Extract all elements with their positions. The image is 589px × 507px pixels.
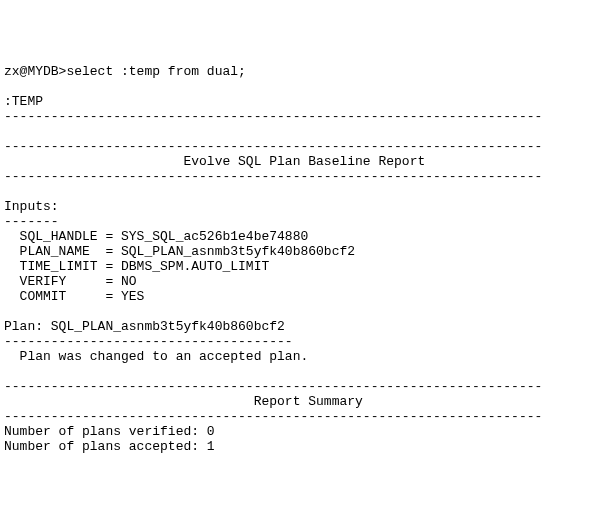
separator: ----------------------------------------… xyxy=(4,409,542,424)
time-limit-line: TIME_LIMIT = DBMS_SPM.AUTO_LIMIT xyxy=(4,259,269,274)
accepted-line: Number of plans accepted: 1 xyxy=(4,439,215,454)
report-title: Evolve SQL Plan Baseline Report xyxy=(4,154,589,169)
commit-line: COMMIT = YES xyxy=(4,289,144,304)
plan-name-line: PLAN_NAME = SQL_PLAN_asnmb3t5yfk40b860bc… xyxy=(4,244,355,259)
verified-line: Number of plans verified: 0 xyxy=(4,424,215,439)
inputs-label: Inputs: xyxy=(4,199,59,214)
sql-prompt-line: zx@MYDB>select :temp from dual; xyxy=(4,64,246,79)
separator: ----------------------------------------… xyxy=(4,139,542,154)
separator: ----------------------------------------… xyxy=(4,379,542,394)
separator: ----------------------------------------… xyxy=(4,169,542,184)
plan-header: Plan: SQL_PLAN_asnmb3t5yfk40b860bcf2 xyxy=(4,319,285,334)
summary-title: Report Summary xyxy=(4,394,363,409)
plan-result: Plan was changed to an accepted plan. xyxy=(4,349,308,364)
separator: ----------------------------------------… xyxy=(4,109,542,124)
separator: ------- xyxy=(4,214,59,229)
separator: ------------------------------------- xyxy=(4,334,293,349)
sql-handle-line: SQL_HANDLE = SYS_SQL_ac526b1e4be74880 xyxy=(4,229,308,244)
column-header: :TEMP xyxy=(4,94,43,109)
verify-line: VERIFY = NO xyxy=(4,274,137,289)
